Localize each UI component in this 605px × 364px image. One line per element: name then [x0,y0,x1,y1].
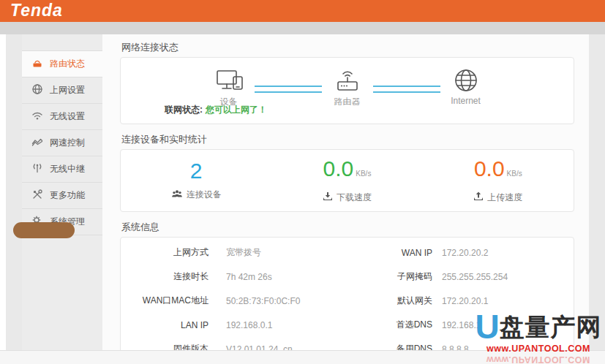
field-label: 固件版本 [121,343,208,350]
sidebar-item-label: 无线中继 [50,163,85,175]
wifi-icon [31,110,43,124]
header-bar: Tenda [0,0,605,22]
download-speed-value: 0.0KB/s [271,158,422,185]
router-node: 路由器 [322,67,373,108]
field-value: 宽带拨号 [226,246,365,259]
sidebar-item-more-features[interactable]: 更多功能 [22,183,102,209]
system-info-row: 上网方式 宽带拨号 WAN IP 172.20.20.2 [121,240,574,265]
sidebar-item-wireless-repeater[interactable]: 无线中继 [22,156,102,183]
status-label: 联网状态: [165,105,203,115]
field-label: 备用DNS [365,343,432,350]
sidebar-item-internet-settings[interactable]: 上网设置 [22,77,102,104]
field-label: 默认网关 [365,295,432,307]
sidebar-item-label: 路由状态 [50,58,85,70]
sidebar-item-router-status[interactable]: 路由状态 [22,50,102,77]
speed-chart-icon [31,136,43,150]
connected-devices-value: 2 [121,160,271,182]
field-label: LAN IP [121,320,208,330]
upload-speed-value: 0.0KB/s [423,158,574,185]
field-value: 172.20.20.1 [442,296,488,306]
download-speed-label-row: 下载速度 [271,192,422,204]
field-label: 连接时长 [121,270,208,283]
field-value: V12.01.01.24_cn [226,344,365,351]
watermark-url: www.UPANTOOL.COM [473,344,604,354]
field-value: 8.8.8.8 [442,344,469,351]
sidebar-nav: 路由状态 上网设置 [22,34,102,350]
router-icon [333,67,362,93]
watermark-brand: U盘量产网 [473,310,604,344]
field-value: 172.20.20.2 [442,248,488,258]
device-node: 设备 [203,67,255,108]
watermark-reflection: U盘量产网 www.UPANTOOL.COM [473,354,604,364]
link-device-router [255,86,322,93]
upantool-watermark: U盘量产网 www.UPANTOOL.COM U盘量产网 www.UPANTOO… [473,310,604,364]
tools-icon [31,189,43,202]
link-router-internet [373,86,440,93]
sidebar-item-label: 上网设置 [50,84,85,96]
internet-node-label: Internet [451,96,481,106]
router-status-icon [31,57,43,71]
internet-node: Internet [440,67,492,106]
internet-globe-icon [454,67,478,93]
connection-status: 联网状态:您可以上网了！ [165,104,267,116]
app-window: 路由状态 上网设置 [22,34,589,350]
router-admin-screen: Tenda 路由状态 [0,0,605,364]
field-label: 子网掩码 [365,270,432,283]
upload-icon [473,192,484,203]
router-node-label: 路由器 [334,96,361,108]
sidebar-item-label: 网速控制 [50,137,85,149]
watermark-u: U [475,308,499,346]
network-status-panel: 设备 [120,57,574,124]
field-label: 上网方式 [121,246,208,259]
stats-panel: 2 连接设备 0.0KB/s [120,149,574,212]
globe-icon [31,83,43,97]
field-label: WAN口MAC地址 [121,295,208,307]
sidebar-item-speed-control[interactable]: 网速控制 [22,130,102,156]
stat-upload-speed: 0.0KB/s 上传速度 [423,158,574,204]
field-label: WAN IP [365,248,432,258]
redaction-smudge [13,222,75,238]
field-value: 192.168.0.1 [226,320,365,330]
field-value: 50:2B:73:F0:0C:F0 [226,296,365,306]
sidebar-item-wireless-settings[interactable]: 无线设置 [22,104,102,130]
header-sub-strip [0,22,605,34]
sidebar-item-label: 无线设置 [50,110,85,123]
field-label: 首选DNS [365,319,432,331]
section-title-network: 网络连接状态 [121,42,574,53]
main-content: 网络连接状态 设备 [102,34,589,350]
field-value: 255.255.255.254 [442,272,508,282]
stat-connected-devices: 2 连接设备 [121,160,271,201]
upload-speed-label-row: 上传速度 [423,192,574,204]
users-icon [171,189,183,201]
status-value: 您可以上网了！ [206,105,267,115]
system-info-row: 连接时长 7h 42m 26s 子网掩码 255.255.255.254 [121,265,574,289]
download-icon [323,192,333,203]
section-title-system: 系统信息 [121,221,574,232]
repeater-antenna-icon [31,162,43,176]
section-title-stats: 连接设备和实时统计 [121,134,574,145]
connected-devices-label-row: 连接设备 [121,189,271,201]
connection-diagram: 设备 [121,58,574,108]
field-value: 7h 42m 26s [226,272,365,282]
stat-download-speed: 0.0KB/s 下载速度 [271,158,422,204]
sidebar-item-label: 更多功能 [50,189,85,202]
tenda-logo: Tenda [10,1,63,20]
devices-icon [213,67,245,93]
